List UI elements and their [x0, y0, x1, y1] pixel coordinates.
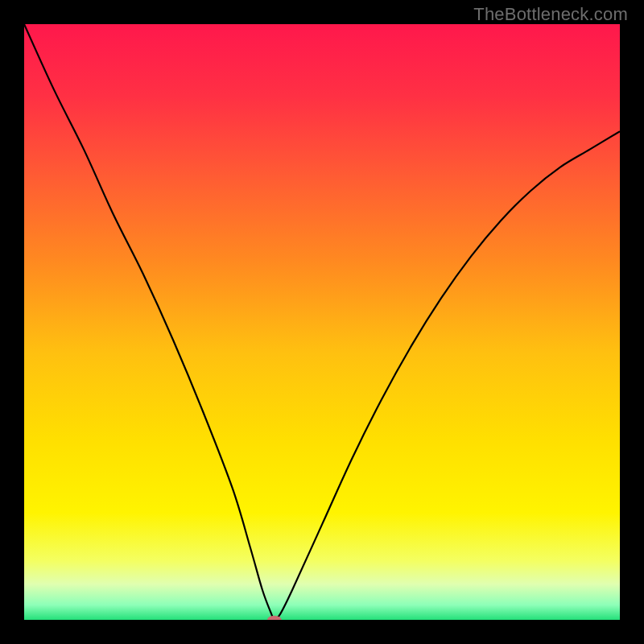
- watermark-text: TheBottleneck.com: [473, 4, 628, 25]
- gradient-background: [24, 24, 620, 620]
- chart-frame: TheBottleneck.com: [0, 0, 644, 644]
- bottleneck-chart: [24, 24, 620, 620]
